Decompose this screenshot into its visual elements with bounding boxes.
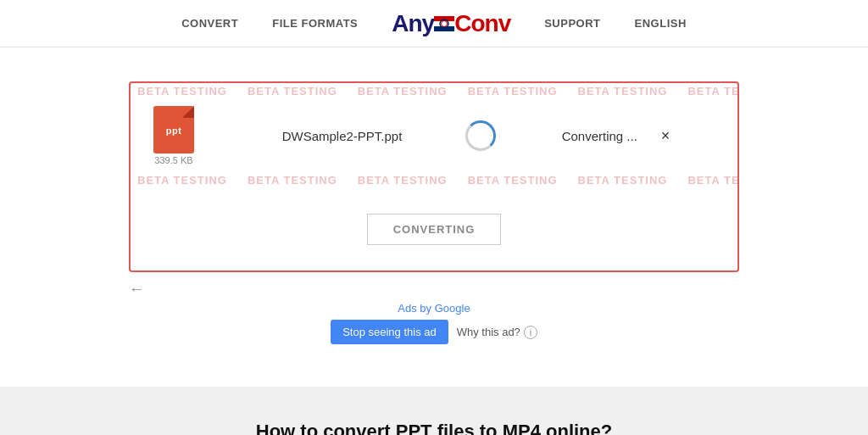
bottom-section: How to convert PPT files to MP4 online? … [0,387,868,435]
nav-support[interactable]: SUPPORT [544,17,600,30]
ppt-label: ppt [166,125,182,136]
spinner-area [447,120,515,151]
beta-text-b4: BETA TESTING [468,174,558,187]
ads-nav: ← [112,281,756,298]
beta-text-3: BETA TESTING [358,85,448,98]
svg-rect-1 [434,21,454,26]
ppt-file-size: 339.5 KB [154,155,192,165]
logo[interactable]: Any Conv [392,10,510,37]
ppt-file-icon: ppt [153,106,194,153]
logo-conv: Conv [454,10,510,37]
beta-text-b1: BETA TESTING [137,174,227,187]
beta-text-b2: BETA TESTING [248,174,337,187]
info-icon: i [524,326,537,339]
ads-buttons: Stop seeing this ad Why this ad? i [331,320,537,344]
bottom-title: How to convert PPT files to MP4 online? [17,421,851,435]
flag-icon [434,16,454,31]
ads-by-text: Ads by [398,302,431,315]
nav-convert[interactable]: CONVERT [181,17,238,30]
filename-area: DWSample2-PPT.ppt [237,129,447,143]
beta-text-1: BETA TESTING [137,85,227,98]
beta-text-b3: BETA TESTING [358,174,448,187]
ppt-file-icon-wrap: ppt 339.5 KB [144,106,203,165]
beta-text-5: BETA TESTING [578,85,668,98]
why-ad-button[interactable]: Why this ad? i [457,326,537,339]
converting-text: Converting ... [562,129,637,143]
filename-text: DWSample2-PPT.ppt [282,129,403,143]
beta-row-top: BETA TESTING BETA TESTING BETA TESTING B… [131,83,737,99]
file-row: ppt 339.5 KB DWSample2-PPT.ppt Convertin… [131,99,737,172]
beta-text-4: BETA TESTING [468,85,558,98]
beta-text-b6: BETA TESTING [687,174,737,187]
nav-file-formats[interactable]: FILE FORMATS [272,17,358,30]
main-content: BETA TESTING BETA TESTING BETA TESTING B… [0,47,868,387]
converter-section: BETA TESTING BETA TESTING BETA TESTING B… [112,64,756,272]
why-ad-label: Why this ad? [457,326,520,338]
beta-text-6: BETA TESTING [687,85,737,98]
stop-ad-button[interactable]: Stop seeing this ad [331,320,448,344]
ads-section: ← Ads by Google Stop seeing this ad Why … [0,272,868,361]
converting-button-area: CONVERTING [131,188,737,270]
close-button[interactable]: × [654,127,677,145]
beta-text-b5: BETA TESTING [578,174,668,187]
google-text: Google [435,302,470,315]
nav-english[interactable]: ENGLISH [635,17,687,30]
header: CONVERT FILE FORMATS Any Conv SUPPORT EN… [0,0,868,47]
converting-button[interactable]: CONVERTING [367,214,502,245]
converter-box: BETA TESTING BETA TESTING BETA TESTING B… [129,81,739,272]
converting-area: Converting ... × [515,127,724,145]
beta-row-bottom: BETA TESTING BETA TESTING BETA TESTING B… [131,172,737,188]
ads-by-google: Ads by Google [398,302,470,315]
loading-spinner [465,120,496,151]
beta-text-2: BETA TESTING [248,85,337,98]
back-arrow[interactable]: ← [129,281,144,298]
logo-any: Any [392,10,434,37]
